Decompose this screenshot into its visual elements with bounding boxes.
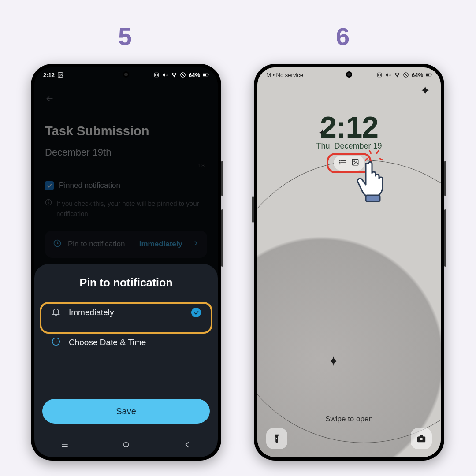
android-nav-bar xyxy=(34,434,218,457)
step-number-6: 6 xyxy=(336,22,350,51)
option-choose-label: Choose Date & Time xyxy=(69,338,146,347)
volume-button xyxy=(444,161,446,196)
svg-line-39 xyxy=(376,150,379,154)
nfc-icon xyxy=(376,72,383,78)
swipe-to-open-label: Swipe to open xyxy=(257,415,441,424)
step-number-5: 5 xyxy=(118,22,132,51)
battery-icon xyxy=(203,72,209,78)
camera-button[interactable] xyxy=(411,428,432,449)
screen-step5: 2:12 64% Task Submission December 19th 1… xyxy=(34,67,218,457)
svg-rect-41 xyxy=(366,195,380,201)
option-immediately-label: Immediately xyxy=(69,308,114,317)
recents-button[interactable] xyxy=(60,440,69,451)
sparkle-icon: ✦ xyxy=(328,353,339,369)
svg-rect-42 xyxy=(276,438,277,439)
lockscreen-time: 2:12 xyxy=(257,110,441,144)
bell-icon xyxy=(51,307,61,319)
wifi-icon xyxy=(394,72,400,78)
svg-rect-9 xyxy=(203,74,206,76)
option-immediately[interactable]: Immediately xyxy=(42,299,210,326)
power-button xyxy=(444,209,446,267)
option-choose-datetime[interactable]: Choose Date & Time xyxy=(42,329,210,356)
camera-punch-hole xyxy=(346,71,352,78)
pin-bottom-sheet: Pin to notification Immediately Choose D… xyxy=(34,264,218,457)
no-signal-icon xyxy=(180,72,186,78)
screen-step6: ✦ ✦ ✦ M • No service 64% 2:12 Thu, Decem… xyxy=(257,67,441,457)
selected-check-icon xyxy=(191,308,201,317)
side-button xyxy=(252,196,254,223)
power-button xyxy=(221,209,223,267)
phone-frame-step6: ✦ ✦ ✦ M • No service 64% 2:12 Thu, Decem… xyxy=(254,64,444,461)
lockscreen-date: Thu, December 19 xyxy=(257,141,441,151)
svg-point-43 xyxy=(420,438,423,440)
svg-rect-28 xyxy=(431,74,431,75)
svg-point-1 xyxy=(59,74,60,74)
camera-punch-hole xyxy=(123,71,129,78)
svg-line-38 xyxy=(369,150,371,154)
svg-line-25 xyxy=(404,73,408,77)
clock-icon xyxy=(51,337,61,349)
home-button[interactable] xyxy=(122,440,130,451)
svg-rect-0 xyxy=(58,73,63,78)
nfc-icon xyxy=(153,72,160,78)
svg-point-5 xyxy=(174,76,174,77)
back-nav-button[interactable] xyxy=(183,440,192,451)
save-button[interactable]: Save xyxy=(42,399,210,424)
battery-pct: 64% xyxy=(189,72,200,78)
svg-rect-10 xyxy=(208,74,208,75)
pointer-hand-icon xyxy=(355,159,395,205)
sparkle-icon: ✦ xyxy=(420,83,430,98)
battery-pct: 64% xyxy=(412,72,423,78)
battery-icon xyxy=(426,72,432,78)
sheet-title: Pin to notification xyxy=(42,276,210,289)
flashlight-button[interactable] xyxy=(266,428,287,449)
svg-line-7 xyxy=(181,73,185,77)
no-signal-icon xyxy=(403,72,409,78)
image-icon xyxy=(57,72,63,78)
mute-icon xyxy=(385,72,391,78)
svg-point-23 xyxy=(397,76,397,77)
mute-icon xyxy=(162,72,168,78)
volume-button xyxy=(221,161,223,196)
carrier-label: M • No service xyxy=(266,72,303,78)
wifi-icon xyxy=(171,72,177,78)
svg-rect-27 xyxy=(426,74,429,76)
svg-rect-19 xyxy=(124,443,128,447)
phone-frame-step5: 2:12 64% Task Submission December 19th 1… xyxy=(31,64,221,461)
status-time: 2:12 xyxy=(43,72,55,78)
